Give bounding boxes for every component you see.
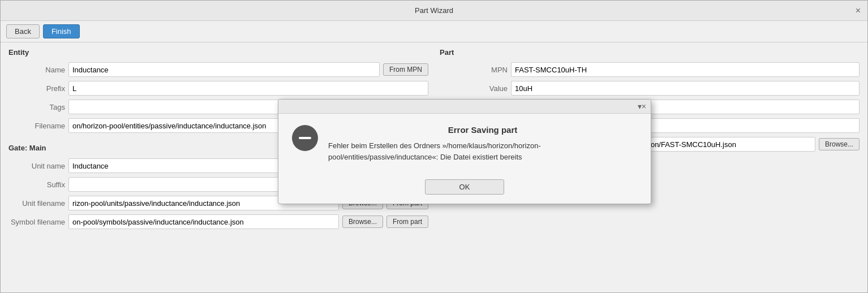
error-icon: [292, 125, 318, 151]
content-area: Entity Name From MPN Prefix Tags Filenam…: [1, 42, 867, 292]
dialog-content: Error Saving part Fehler beim Erstellen …: [328, 125, 637, 162]
dialog-close-button[interactable]: ×: [642, 102, 646, 111]
window-close-button[interactable]: ×: [856, 6, 861, 15]
dialog-footer: OK: [278, 174, 651, 204]
dialog-titlebar: ▾ ×: [278, 100, 651, 114]
titlebar: Part Wizard ×: [1, 1, 867, 21]
window-title: Part Wizard: [415, 6, 453, 15]
minus-icon: [299, 137, 311, 139]
main-window: Part Wizard × Back Finish Entity Name Fr…: [0, 0, 868, 293]
dialog-overlay: ▾ × Error Saving part Fehler beim Erstel…: [1, 42, 867, 292]
dialog-message: Fehler beim Erstellen des Ordners »/home…: [328, 140, 637, 162]
dialog-ok-button[interactable]: OK: [425, 179, 505, 195]
dialog-title: Error Saving part: [328, 125, 637, 135]
dialog-collapse-button[interactable]: ▾: [638, 102, 642, 111]
finish-button[interactable]: Finish: [43, 24, 80, 38]
dialog-body: Error Saving part Fehler beim Erstellen …: [278, 114, 651, 174]
toolbar: Back Finish: [1, 21, 867, 42]
error-dialog: ▾ × Error Saving part Fehler beim Erstel…: [278, 99, 651, 204]
back-button[interactable]: Back: [6, 24, 40, 38]
